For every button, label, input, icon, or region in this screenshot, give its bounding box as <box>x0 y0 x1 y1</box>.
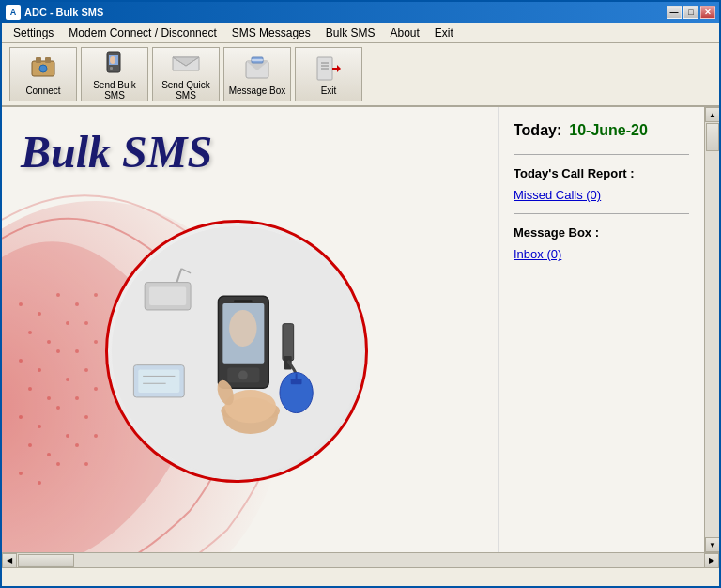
send-bulk-sms-icon <box>100 48 130 78</box>
svg-point-23 <box>19 302 23 306</box>
today-date: 10-June-20 <box>569 122 648 139</box>
menu-item-about[interactable]: About <box>382 24 426 41</box>
svg-point-3 <box>39 65 47 72</box>
svg-point-41 <box>19 472 23 475</box>
svg-point-53 <box>75 443 79 447</box>
call-report-label: Today's Call Report : <box>514 166 689 180</box>
svg-rect-76 <box>283 324 294 361</box>
svg-point-36 <box>38 425 41 428</box>
close-button[interactable]: ✕ <box>700 6 715 19</box>
svg-rect-6 <box>110 67 113 70</box>
today-row: Today: 10-June-20 <box>514 122 689 139</box>
h-scroll-thumb[interactable] <box>18 554 74 567</box>
svg-point-38 <box>28 443 32 447</box>
today-label: Today: <box>514 122 561 139</box>
message-box-icon <box>242 54 272 84</box>
svg-point-37 <box>56 406 60 410</box>
svg-point-44 <box>75 302 79 306</box>
svg-point-46 <box>84 321 88 325</box>
divider-2 <box>514 213 689 214</box>
send-bulk-sms-label: Send Bulk SMS <box>82 80 147 101</box>
svg-point-39 <box>47 453 51 456</box>
main-area: Bulk SMS <box>2 107 719 552</box>
title-bar-left: A ADC - Bulk SMS <box>6 5 103 20</box>
svg-point-49 <box>84 368 88 372</box>
svg-point-52 <box>84 415 88 419</box>
svg-point-25 <box>56 293 60 297</box>
svg-point-43 <box>56 462 60 466</box>
inbox-link[interactable]: Inbox (0) <box>514 247 689 261</box>
phone-illustration <box>108 220 365 483</box>
svg-marker-18 <box>337 65 341 72</box>
svg-point-40 <box>66 434 69 438</box>
info-panel: Today: 10-June-20 Today's Call Report : … <box>498 107 704 552</box>
svg-rect-79 <box>291 379 302 384</box>
menu-item-exit[interactable]: Exit <box>427 24 461 41</box>
minimize-button[interactable]: — <box>667 6 682 19</box>
svg-point-48 <box>94 340 98 344</box>
connect-button[interactable]: Connect <box>9 47 77 101</box>
svg-point-32 <box>28 387 32 391</box>
svg-point-30 <box>38 368 41 372</box>
toolbar: Connect Send Bulk SMS <box>2 43 719 107</box>
svg-rect-2 <box>45 57 51 63</box>
title-buttons: — □ ✕ <box>667 6 715 19</box>
menu-bar: Settings Modem Connect / Disconnect SMS … <box>2 23 719 43</box>
connect-label: Connect <box>25 85 60 96</box>
svg-point-51 <box>94 387 98 391</box>
send-quick-sms-button[interactable]: Send Quick SMS <box>152 47 220 101</box>
svg-point-27 <box>47 340 51 344</box>
scroll-track <box>705 122 719 537</box>
message-box-label: Message Box <box>229 85 286 96</box>
exit-toolbar-button[interactable]: Exit <box>295 47 362 101</box>
svg-point-42 <box>38 481 41 485</box>
message-box-button[interactable]: Message Box <box>223 47 291 101</box>
send-quick-sms-label: Send Quick SMS <box>153 80 219 101</box>
svg-point-59 <box>229 310 256 347</box>
connect-icon <box>28 54 58 84</box>
scroll-left-button[interactable]: ◀ <box>2 553 17 568</box>
svg-point-55 <box>84 462 88 466</box>
menu-item-settings[interactable]: Settings <box>6 24 61 41</box>
scroll-down-button[interactable]: ▼ <box>705 537 719 552</box>
exit-label: Exit <box>321 85 337 96</box>
vertical-scrollbar: ▲ ▼ <box>704 107 719 552</box>
h-scroll-track <box>17 553 704 567</box>
send-quick-sms-icon <box>171 48 201 78</box>
message-box-label: Message Box : <box>514 225 689 240</box>
svg-point-29 <box>19 359 23 363</box>
svg-point-7 <box>110 56 115 64</box>
exit-icon <box>314 54 344 84</box>
scroll-right-button[interactable]: ▶ <box>704 553 719 568</box>
divider-1 <box>514 154 689 155</box>
content-panel: Bulk SMS <box>2 107 498 552</box>
status-bar <box>2 567 719 586</box>
svg-point-50 <box>75 396 79 400</box>
page-title: Bulk SMS <box>2 107 498 178</box>
svg-point-35 <box>19 415 23 419</box>
scroll-thumb[interactable] <box>706 123 719 151</box>
svg-point-47 <box>75 349 79 353</box>
svg-rect-69 <box>149 287 186 306</box>
phone-circle <box>105 220 368 483</box>
menu-item-sms-messages[interactable]: SMS Messages <box>224 24 318 41</box>
svg-point-45 <box>94 293 98 297</box>
menu-item-bulk-sms[interactable]: Bulk SMS <box>318 24 383 41</box>
missed-calls-link[interactable]: Missed Calls (0) <box>514 188 689 202</box>
maximize-button[interactable]: □ <box>683 6 698 19</box>
svg-point-34 <box>66 378 69 381</box>
window-title: ADC - Bulk SMS <box>24 7 103 18</box>
horizontal-scrollbar: ◀ ▶ <box>2 552 719 567</box>
svg-point-33 <box>47 396 51 400</box>
svg-rect-60 <box>234 300 253 302</box>
svg-rect-73 <box>138 370 179 393</box>
svg-point-24 <box>38 312 41 316</box>
svg-point-31 <box>56 349 60 353</box>
window-frame: A ADC - Bulk SMS — □ ✕ Settings Modem Co… <box>0 0 721 588</box>
menu-item-modem[interactable]: Modem Connect / Disconnect <box>61 24 223 41</box>
scroll-up-button[interactable]: ▲ <box>705 107 719 122</box>
svg-point-54 <box>94 434 98 438</box>
send-bulk-sms-button[interactable]: Send Bulk SMS <box>81 47 148 101</box>
svg-point-28 <box>66 321 69 325</box>
svg-point-26 <box>28 331 32 334</box>
